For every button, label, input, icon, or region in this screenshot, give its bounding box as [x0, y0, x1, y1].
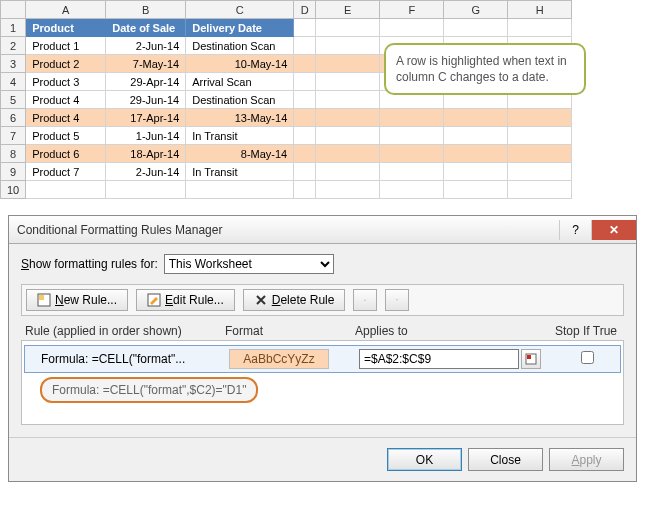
cell[interactable] — [316, 91, 380, 109]
cell[interactable] — [294, 91, 316, 109]
cell[interactable]: 29-Apr-14 — [106, 73, 186, 91]
cell[interactable] — [444, 109, 508, 127]
column-header[interactable]: A — [26, 1, 106, 19]
cell[interactable] — [380, 19, 444, 37]
cell[interactable]: Product 5 — [26, 127, 106, 145]
range-selector-icon[interactable] — [521, 349, 541, 369]
select-all-corner[interactable] — [1, 1, 26, 19]
cell[interactable] — [316, 73, 380, 91]
edit-rule-button[interactable]: Edit Rule... — [136, 289, 235, 311]
cell[interactable] — [186, 181, 294, 199]
cell[interactable] — [294, 163, 316, 181]
column-header[interactable]: D — [294, 1, 316, 19]
cell[interactable] — [380, 181, 444, 199]
rule-row[interactable]: Formula: =CELL("format"... AaBbCcYyZz — [24, 345, 621, 373]
cell[interactable]: 29-Jun-14 — [106, 91, 186, 109]
cell[interactable]: Arrival Scan — [186, 73, 294, 91]
row-header[interactable]: 4 — [1, 73, 26, 91]
column-header[interactable]: E — [316, 1, 380, 19]
cell[interactable] — [316, 37, 380, 55]
cell[interactable]: Product 2 — [26, 55, 106, 73]
cell[interactable] — [508, 19, 572, 37]
column-header[interactable]: G — [444, 1, 508, 19]
cell[interactable]: 13-May-14 — [186, 109, 294, 127]
cell[interactable]: 10-May-14 — [186, 55, 294, 73]
cell[interactable] — [294, 19, 316, 37]
cell[interactable] — [444, 145, 508, 163]
row-header[interactable]: 8 — [1, 145, 26, 163]
cell[interactable] — [316, 163, 380, 181]
cell[interactable]: 18-Apr-14 — [106, 145, 186, 163]
cell[interactable]: 1-Jun-14 — [106, 127, 186, 145]
cell[interactable]: Product 7 — [26, 163, 106, 181]
cell[interactable] — [508, 181, 572, 199]
cell[interactable] — [508, 109, 572, 127]
row-header[interactable]: 5 — [1, 91, 26, 109]
cell[interactable]: Product 4 — [26, 91, 106, 109]
cell[interactable] — [106, 181, 186, 199]
row-header[interactable]: 10 — [1, 181, 26, 199]
row-header[interactable]: 7 — [1, 127, 26, 145]
cell[interactable] — [294, 145, 316, 163]
cell[interactable] — [380, 127, 444, 145]
cell[interactable] — [444, 163, 508, 181]
close-icon[interactable]: ✕ — [591, 220, 636, 240]
column-header[interactable]: F — [380, 1, 444, 19]
cell[interactable]: 8-May-14 — [186, 145, 294, 163]
cell[interactable]: Date of Sale — [106, 19, 186, 37]
row-header[interactable]: 9 — [1, 163, 26, 181]
cell[interactable] — [316, 127, 380, 145]
cell[interactable] — [26, 181, 106, 199]
rules-list[interactable]: Formula: =CELL("format"... AaBbCcYyZz Fo… — [21, 340, 624, 425]
cell[interactable] — [508, 127, 572, 145]
cell[interactable] — [380, 145, 444, 163]
cell[interactable] — [294, 127, 316, 145]
cell[interactable] — [294, 109, 316, 127]
spreadsheet-grid[interactable]: ABCDEFGH 1ProductDate of SaleDelivery Da… — [0, 0, 572, 199]
cell[interactable]: 7-May-14 — [106, 55, 186, 73]
column-header[interactable]: B — [106, 1, 186, 19]
help-button[interactable]: ? — [559, 220, 591, 240]
apply-button[interactable]: Apply — [549, 448, 624, 471]
cell[interactable] — [380, 109, 444, 127]
new-rule-button[interactable]: New Rule... — [26, 289, 128, 311]
cell[interactable]: 2-Jun-14 — [106, 163, 186, 181]
applies-to-input[interactable] — [359, 349, 519, 369]
cell[interactable]: Destination Scan — [186, 91, 294, 109]
move-up-button[interactable] — [353, 289, 377, 311]
delete-rule-button[interactable]: Delete Rule — [243, 289, 346, 311]
cell[interactable] — [444, 181, 508, 199]
row-header[interactable]: 1 — [1, 19, 26, 37]
close-button[interactable]: Close — [468, 448, 543, 471]
row-header[interactable]: 6 — [1, 109, 26, 127]
cell[interactable] — [380, 163, 444, 181]
cell[interactable] — [316, 181, 380, 199]
cell[interactable]: Delivery Date — [186, 19, 294, 37]
cell[interactable] — [444, 19, 508, 37]
cell[interactable] — [316, 55, 380, 73]
row-header[interactable]: 3 — [1, 55, 26, 73]
cell[interactable] — [294, 55, 316, 73]
cell[interactable]: 2-Jun-14 — [106, 37, 186, 55]
cell[interactable] — [294, 181, 316, 199]
dialog-titlebar[interactable]: Conditional Formatting Rules Manager ? ✕ — [9, 216, 636, 244]
cell[interactable]: Product 3 — [26, 73, 106, 91]
row-header[interactable]: 2 — [1, 37, 26, 55]
cell[interactable] — [444, 127, 508, 145]
ok-button[interactable]: OK — [387, 448, 462, 471]
cell[interactable] — [316, 19, 380, 37]
move-down-button[interactable] — [385, 289, 409, 311]
cell[interactable]: Product — [26, 19, 106, 37]
cell[interactable]: Destination Scan — [186, 37, 294, 55]
cell[interactable] — [508, 163, 572, 181]
cell[interactable] — [316, 109, 380, 127]
cell[interactable]: Product 1 — [26, 37, 106, 55]
cell[interactable]: 17-Apr-14 — [106, 109, 186, 127]
scope-select[interactable]: This Worksheet — [164, 254, 334, 274]
column-header[interactable]: H — [508, 1, 572, 19]
cell[interactable]: Product 6 — [26, 145, 106, 163]
cell[interactable] — [508, 145, 572, 163]
cell[interactable]: Product 4 — [26, 109, 106, 127]
cell[interactable]: In Transit — [186, 163, 294, 181]
column-header[interactable]: C — [186, 1, 294, 19]
